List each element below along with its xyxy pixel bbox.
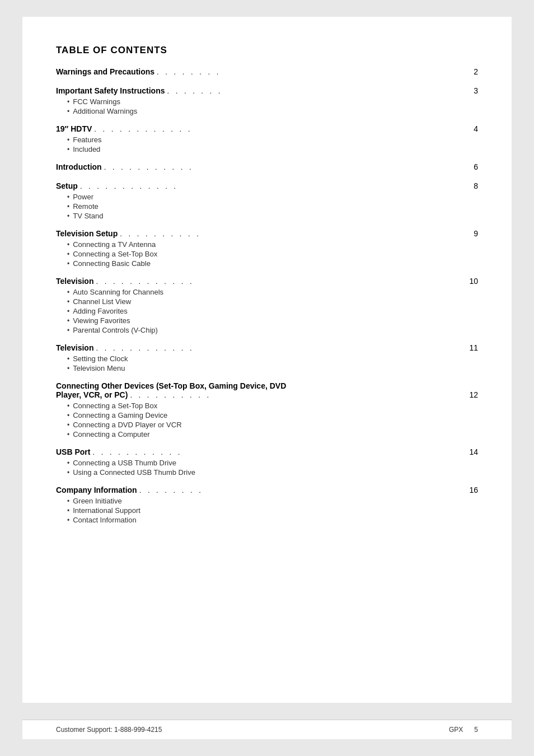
toc-subitem: •Connecting a Computer [56,430,478,438]
toc-subitem: •TV Stand [56,212,478,220]
toc-subitem-label: Channel List View [73,297,131,306]
toc-section-setup: Setup. . . . . . . . . . . .8•Power•Remo… [56,181,478,220]
bullet-icon: • [67,326,69,334]
toc-subitem-label: Auto Scanning for Channels [73,288,163,296]
toc-subitem-label: Connecting a USB Thumb Drive [73,459,176,467]
toc-dots-hdtv: . . . . . . . . . . . . [94,125,465,134]
toc-row-television-2: Television. . . . . . . . . . . .11 [56,343,478,353]
toc-subitem-label: Included [73,145,100,153]
toc-page-company-info: 16 [467,486,478,494]
toc-subitem: •Connecting a Gaming Device [56,411,478,419]
toc-subitem: •Parental Controls (V-Chip) [56,326,478,334]
toc-dots-company-info: . . . . . . . . [139,486,465,496]
toc-dots-usb-port: . . . . . . . . . . . [92,448,465,458]
toc-dots-television-setup: . . . . . . . . . . [120,230,465,239]
toc-subitem: •Included [56,145,478,153]
toc-page-usb-port: 14 [467,447,478,456]
toc-subitem: •International Support [56,506,478,515]
footer-right: GPX 5 [449,726,478,734]
toc-subitem-label: FCC Warnings [73,97,120,106]
toc-subitem: •Connecting a DVD Player or VCR [56,421,478,429]
bullet-icon: • [67,412,69,419]
bullet-icon: • [67,516,69,524]
toc-subitem-label: Connecting a TV Antenna [73,240,156,249]
toc-subitem-label: TV Stand [73,212,103,220]
toc-page-television-2: 11 [467,343,478,352]
toc-label-connecting: Player, VCR, or PC) [56,390,128,399]
toc-label-warnings: Warnings and Precautions [56,67,154,76]
toc-subitem-label: Connecting a DVD Player or VCR [73,421,181,429]
bullet-icon: • [67,260,69,268]
toc-page-introduction: 6 [467,162,478,171]
bullet-icon: • [67,136,69,144]
toc-subitem-label: Connecting a Set-Top Box [73,402,157,410]
toc-title: TABLE OF CONTENTS [56,45,478,56]
bullet-icon: • [67,98,69,106]
bullet-icon: • [67,203,69,211]
toc-section-television-2: Television. . . . . . . . . . . .11•Sett… [56,343,478,372]
toc-subitem: •Auto Scanning for Channels [56,288,478,296]
bullet-icon: • [67,193,69,201]
bullet-icon: • [67,497,69,505]
toc-row-hdtv: 19″ HDTV. . . . . . . . . . . .4 [56,124,478,134]
toc-page-setup: 8 [467,181,478,190]
toc-connecting-title: Connecting Other Devices (Set-Top Box, G… [56,381,478,400]
toc-subitem: •FCC Warnings [56,97,478,106]
toc-label-usb-port: USB Port [56,447,90,456]
toc-label-company-info: Company Information [56,486,137,494]
toc-subitem-label: International Support [73,506,140,515]
page-content: TABLE OF CONTENTS Warnings and Precautio… [22,17,512,703]
toc-subitem: •Green Initiative [56,497,478,505]
toc-subitem: •Using a Connected USB Thumb Drive [56,468,478,477]
toc-dots-television-1: . . . . . . . . . . . . [96,277,465,287]
toc-section-television-setup: Television Setup. . . . . . . . . .9•Con… [56,229,478,268]
bullet-icon: • [67,469,69,477]
toc-section-connecting-other: Connecting Other Devices (Set-Top Box, G… [56,381,478,438]
toc-subitem: •Power [56,193,478,201]
toc-subitem: •Setting the Clock [56,354,478,363]
toc-subitem-label: Viewing Favorites [73,316,130,325]
bullet-icon: • [67,355,69,363]
toc-subitem-label: Contact Information [73,516,136,524]
toc-subitem-label: Connecting a Gaming Device [73,411,167,419]
toc-container: Warnings and Precautions. . . . . . . .2… [56,67,478,524]
toc-connecting-line1: Connecting Other Devices (Set-Top Box, G… [56,381,478,390]
toc-subitem: •Contact Information [56,516,478,524]
toc-row-television-1: Television. . . . . . . . . . . .10 [56,277,478,287]
bullet-icon: • [67,250,69,258]
toc-row-setup: Setup. . . . . . . . . . . .8 [56,181,478,192]
toc-subitem-label: Television Menu [73,364,125,372]
toc-subitem-label: Adding Favorites [73,307,128,315]
toc-row-usb-port: USB Port. . . . . . . . . . .14 [56,447,478,458]
toc-subitem-label: Connecting a Set-Top Box [73,250,157,258]
toc-subitem-label: Parental Controls (V-Chip) [73,326,158,334]
toc-label-introduction: Introduction [56,162,102,171]
toc-subitem-label: Remote [73,202,99,211]
bullet-icon: • [67,241,69,249]
bullet-icon: • [67,288,69,296]
toc-page-hdtv: 4 [467,124,478,133]
bullet-icon: • [67,108,69,115]
toc-connecting-row2: Player, VCR, or PC). . . . . . . . . .12 [56,390,478,400]
toc-row-important-safety: Important Safety Instructions. . . . . .… [56,86,478,96]
toc-label-important-safety: Important Safety Instructions [56,86,165,95]
toc-subitem-label: Green Initiative [73,497,121,505]
toc-page-warnings: 2 [467,67,478,76]
toc-page-important-safety: 3 [467,86,478,95]
toc-section-company-info: Company Information. . . . . . . .16•Gre… [56,486,478,524]
toc-dots-important-safety: . . . . . . . [167,87,465,96]
toc-subitem-label: Connecting a Computer [73,430,149,438]
toc-label-television-2: Television [56,343,93,352]
toc-section-important-safety: Important Safety Instructions. . . . . .… [56,86,478,115]
toc-subitem-label: Additional Warnings [73,107,137,115]
toc-dots-setup: . . . . . . . . . . . . [80,182,465,192]
bullet-icon: • [67,431,69,438]
toc-subitem: •Remote [56,202,478,211]
bullet-icon: • [67,421,69,429]
toc-label-setup: Setup [56,181,78,190]
toc-subitem-label: Features [73,136,101,144]
toc-subitem: •Connecting a USB Thumb Drive [56,459,478,467]
bullet-icon: • [67,317,69,325]
toc-row-company-info: Company Information. . . . . . . .16 [56,486,478,496]
page-footer: Customer Support: 1-888-999-4215 GPX 5 [22,720,512,739]
